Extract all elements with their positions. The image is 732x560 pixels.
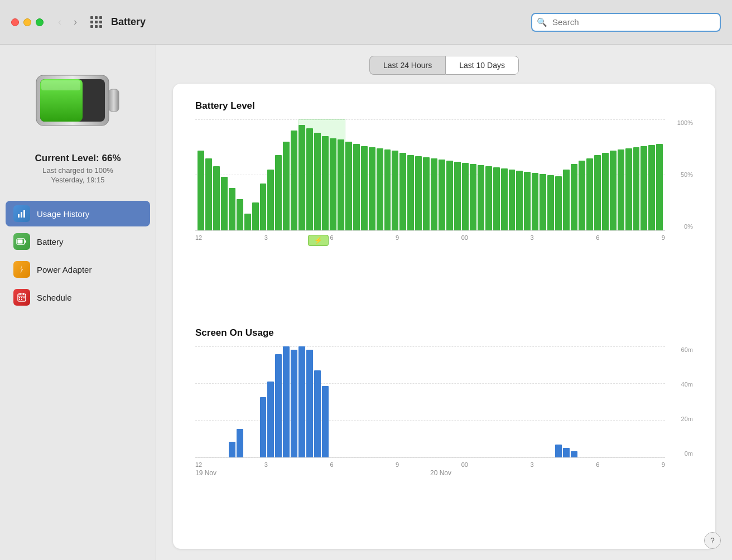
x-label-3a: 3 (264, 234, 268, 241)
battery-bar (275, 155, 282, 230)
battery-chart-area: ⚡ (195, 119, 665, 231)
tab-last-10-days[interactable]: Last 10 Days (445, 56, 519, 75)
help-button[interactable]: ? (704, 532, 721, 549)
svg-rect-9 (18, 240, 23, 244)
svg-rect-5 (18, 214, 20, 218)
y-label-0: 0% (684, 223, 693, 230)
battery-bar (244, 214, 251, 230)
battery-x-labels: 12 3 6 9 00 3 6 9 (195, 234, 693, 241)
screen-bar (555, 445, 562, 457)
x-label-12: 12 (195, 234, 202, 241)
battery-bar (298, 125, 305, 230)
y-label-40m: 40m (681, 381, 693, 388)
back-button[interactable]: ‹ (55, 14, 65, 30)
battery-y-axis: 100% 50% 0% (665, 119, 693, 231)
battery-bar (283, 142, 290, 230)
battery-bar (633, 147, 640, 230)
battery-bar (361, 146, 368, 230)
x-label-6sb: 6 (596, 461, 599, 468)
screen-bar (571, 451, 577, 457)
screen-chart-wrapper: 60m 40m 20m 0m (195, 346, 693, 458)
screen-chart-title: Screen On Usage (195, 327, 693, 339)
sidebar-item-schedule[interactable]: Schedule (6, 284, 150, 310)
battery-bar (454, 162, 461, 230)
battery-bar (516, 171, 523, 230)
battery-bar (384, 149, 391, 230)
screen-bars (195, 346, 665, 457)
minimize-button[interactable] (23, 18, 31, 26)
battery-bar (493, 167, 500, 230)
battery-bar (353, 144, 360, 230)
screen-bar (291, 350, 297, 457)
battery-bar (610, 151, 617, 230)
sidebar-item-power-adapter[interactable]: Power Adapter (6, 257, 150, 282)
battery-bar (446, 161, 453, 230)
screen-x-labels: 12 3 6 9 00 3 6 9 (195, 461, 693, 468)
screen-bar (267, 382, 274, 457)
battery-bar (462, 163, 469, 230)
svg-rect-17 (21, 297, 22, 298)
x-label-9a: 9 (396, 234, 399, 241)
battery-bar (338, 139, 344, 230)
tab-last-24-hours[interactable]: Last 24 Hours (369, 56, 445, 75)
sidebar-item-schedule-label: Schedule (37, 293, 72, 302)
battery-last-charged: Last charged to 100% (35, 166, 121, 175)
x-label-9sb: 9 (662, 461, 665, 468)
battery-bar (415, 156, 422, 230)
schedule-icon (13, 289, 30, 306)
battery-bar (602, 153, 609, 230)
x-label-6a: 6 (330, 234, 333, 241)
battery-bar (594, 155, 601, 230)
page-title: Battery (111, 16, 146, 28)
search-input[interactable] (531, 13, 721, 32)
battery-bar (306, 128, 313, 230)
date-labels: 19 Nov 20 Nov (195, 469, 693, 477)
x-label-00s: 00 (461, 461, 468, 468)
screen-bar (283, 346, 290, 457)
sidebar: Current Level: 66% Last charged to 100% … (0, 45, 156, 560)
battery-bar (571, 164, 577, 230)
power-adapter-icon (13, 261, 30, 278)
battery-chart-wrapper: ⚡ 100% 50% 0% (195, 119, 693, 231)
battery-graphic (33, 67, 123, 134)
y-label-100: 100% (677, 119, 693, 126)
battery-level-chart-section: Battery Level (195, 100, 693, 305)
battery-bar (229, 188, 235, 230)
maximize-button[interactable] (36, 18, 44, 26)
forward-button[interactable]: › (70, 14, 80, 30)
battery-sidebar-icon (13, 233, 30, 250)
grid-icon[interactable] (90, 16, 102, 28)
battery-bar (322, 136, 329, 230)
battery-bar (656, 144, 663, 230)
screen-bar (275, 354, 282, 457)
sidebar-nav: Usage History Battery Power Adapter (6, 201, 150, 310)
battery-bar (555, 176, 562, 231)
battery-bar (648, 145, 655, 230)
svg-rect-1 (109, 89, 119, 112)
battery-bar (431, 158, 437, 230)
battery-bar (485, 166, 492, 230)
svg-rect-4 (41, 80, 80, 90)
main-content: Current Level: 66% Last charged to 100% … (0, 45, 732, 560)
y-label-50: 50% (681, 171, 693, 178)
battery-bar (618, 149, 624, 230)
battery-level-text: Current Level: 66% (35, 153, 121, 164)
y-label-60m: 60m (681, 346, 693, 353)
battery-bar (532, 173, 538, 230)
nav-arrows: ‹ › (55, 14, 80, 30)
battery-bar (369, 147, 375, 230)
battery-bar (625, 148, 632, 230)
battery-when: Yesterday, 19:15 (35, 176, 121, 184)
battery-bar (267, 170, 274, 230)
battery-icon-container (33, 67, 123, 136)
x-label-9b: 9 (662, 234, 665, 241)
sidebar-item-usage-history[interactable]: Usage History (6, 201, 150, 226)
right-panel: Last 24 Hours Last 10 Days Battery Level (156, 45, 732, 560)
sidebar-item-battery[interactable]: Battery (6, 229, 150, 254)
close-button[interactable] (11, 18, 19, 26)
x-label-6b: 6 (596, 234, 599, 241)
screen-bar (298, 346, 305, 457)
svg-rect-16 (19, 297, 20, 298)
charging-indicator: ⚡ (308, 235, 329, 245)
x-label-9sa: 9 (396, 461, 399, 468)
